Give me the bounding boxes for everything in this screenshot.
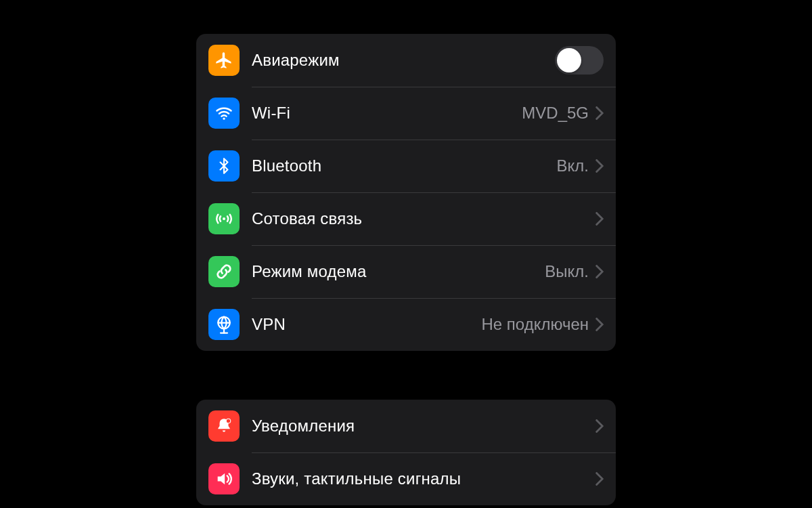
chevron-right-icon — [595, 159, 604, 173]
chevron-right-icon — [595, 318, 604, 331]
airplane-mode-toggle[interactable] — [555, 46, 604, 75]
chevron-right-icon — [595, 419, 604, 433]
speaker-icon — [208, 463, 240, 494]
divider — [252, 87, 616, 87]
row-value: Не подключен — [481, 315, 589, 334]
antenna-icon — [208, 203, 240, 234]
divider — [252, 140, 616, 140]
row-label: Авиарежим — [252, 51, 555, 70]
row-label: Bluetooth — [252, 156, 557, 175]
row-label: Звуки, тактильные сигналы — [252, 469, 595, 488]
globe-icon — [208, 309, 240, 340]
divider — [252, 452, 616, 453]
airplane-icon — [208, 45, 240, 76]
row-label: VPN — [252, 315, 481, 334]
settings-group-connectivity: Авиарежим Wi-Fi MVD_5G Bluetooth Вкл. Со… — [196, 34, 616, 351]
row-label: Уведомления — [252, 417, 595, 436]
row-airplane-mode[interactable]: Авиарежим — [196, 34, 616, 87]
divider — [252, 192, 616, 193]
link-icon — [208, 256, 240, 287]
divider — [252, 298, 616, 299]
row-value: Выкл. — [545, 262, 589, 281]
row-value: Вкл. — [557, 156, 589, 175]
row-value: MVD_5G — [522, 104, 589, 123]
row-label: Wi-Fi — [252, 104, 522, 123]
row-vpn[interactable]: VPN Не подключен — [196, 298, 616, 351]
row-notifications[interactable]: Уведомления — [196, 400, 616, 452]
row-cellular[interactable]: Сотовая связь — [196, 192, 616, 245]
settings-group-notifications: Уведомления Звуки, тактильные сигналы — [196, 400, 616, 505]
toggle-knob — [557, 48, 581, 72]
row-bluetooth[interactable]: Bluetooth Вкл. — [196, 140, 616, 192]
row-wifi[interactable]: Wi-Fi MVD_5G — [196, 87, 616, 140]
chevron-right-icon — [595, 472, 604, 486]
chevron-right-icon — [595, 265, 604, 278]
wifi-icon — [208, 98, 240, 129]
row-label: Сотовая связь — [252, 209, 595, 228]
svg-point-0 — [223, 118, 225, 120]
row-hotspot[interactable]: Режим модема Выкл. — [196, 245, 616, 298]
row-sounds[interactable]: Звуки, тактильные сигналы — [196, 452, 616, 505]
row-label: Режим модема — [252, 262, 545, 281]
svg-point-1 — [223, 217, 225, 220]
chevron-right-icon — [595, 106, 604, 120]
bell-icon — [208, 410, 240, 442]
svg-point-3 — [226, 419, 231, 423]
divider — [252, 245, 616, 246]
chevron-right-icon — [595, 212, 604, 226]
bluetooth-icon — [208, 150, 240, 182]
